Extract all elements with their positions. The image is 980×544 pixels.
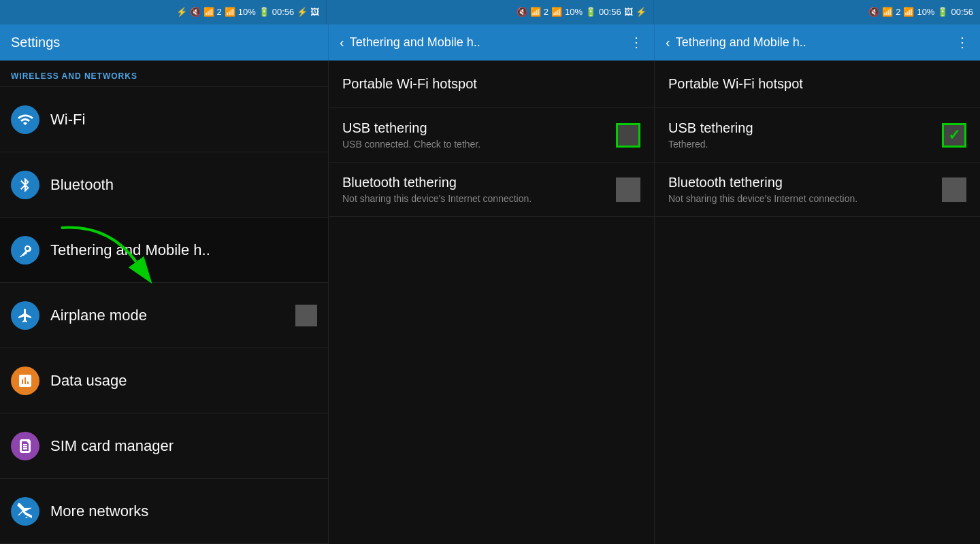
bluetooth-tethering-title-left: Bluetooth tethering	[342, 175, 616, 190]
datausage-icon-circle	[11, 367, 39, 395]
usb-content-left: USB tethering USB connected. Check to te…	[342, 120, 616, 150]
tethering-title-1: Tethering and Mobile h..	[350, 35, 624, 50]
bluetooth-content-right: Bluetooth tethering Not sharing this dev…	[668, 175, 942, 204]
back-icon-2[interactable]: ‹	[666, 35, 670, 50]
bluetooth-checkbox-left[interactable]	[616, 177, 640, 202]
bluetooth-label: Bluetooth	[50, 176, 114, 194]
usb-icon: ⚡	[176, 7, 187, 17]
sim-number-2: 2	[544, 7, 549, 17]
top-bar-tethering-1: ‹ Tethering and Mobile h.. ⋮	[329, 24, 655, 61]
wifi-icon: 📶	[203, 7, 214, 17]
tethering-panel-left: Portable Wi-Fi hotspot USB tethering USB…	[329, 61, 655, 544]
back-icon-1[interactable]: ‹	[340, 35, 344, 50]
bluetooth-tethering-subtitle-right: Not sharing this device's Internet conne…	[668, 193, 942, 204]
simcard-icon-circle	[11, 432, 39, 460]
green-arrow	[54, 224, 150, 272]
usb-subtitle-left: USB connected. Check to tether.	[342, 139, 616, 150]
checkmark-icon: ✓	[948, 126, 960, 144]
sidebar-item-tethering[interactable]: Tethering and Mobile h..	[0, 218, 328, 283]
sim-number-1: 2	[217, 7, 222, 17]
airplane-label: Airplane mode	[50, 307, 147, 324]
status-segment-3: 🔇 📶 2 📶 10% 🔋 00:56	[654, 0, 980, 24]
battery-percent-2: 10%	[565, 7, 583, 17]
simcard-label: SIM card manager	[50, 437, 174, 455]
datausage-svg	[17, 373, 33, 389]
bluetooth-icon-circle	[11, 171, 39, 199]
mute-icon-3: 🔇	[868, 7, 879, 17]
settings-title: Settings	[11, 35, 60, 50]
sidebar-item-simcard[interactable]: SIM card manager	[0, 413, 328, 479]
sidebar-item-morenetworks[interactable]: More networks	[0, 479, 328, 544]
main-content: WIRELESS AND NETWORKS Wi-Fi Bluetooth	[0, 61, 980, 544]
hotspot-item-right[interactable]: Portable Wi-Fi hotspot	[655, 61, 980, 108]
airplane-checkbox[interactable]	[295, 305, 317, 326]
bluetooth-tethering-item-right[interactable]: Bluetooth tethering Not sharing this dev…	[655, 163, 980, 217]
bluetooth-svg	[17, 177, 33, 193]
bluetooth-content-left: Bluetooth tethering Not sharing this dev…	[342, 175, 616, 204]
tethering-title-2: Tethering and Mobile h..	[676, 35, 950, 50]
battery-percent-3: 10%	[917, 7, 934, 17]
more-icon-2[interactable]: ⋮	[956, 34, 969, 50]
signal-icon-3: 📶	[903, 7, 914, 17]
status-bar: ⚡ 🔇 📶 2 📶 10% 🔋 00:56 ⚡ 🖼 🔇 📶 2 📶 10% 🔋 …	[0, 0, 980, 24]
time-3: 00:56	[951, 7, 973, 17]
hotspot-item-left[interactable]: Portable Wi-Fi hotspot	[329, 61, 654, 108]
sidebar-item-bluetooth[interactable]: Bluetooth	[0, 152, 328, 218]
top-bar: Settings ‹ Tethering and Mobile h.. ⋮ ‹ …	[0, 24, 980, 61]
top-bar-settings: Settings	[0, 24, 329, 61]
sidebar-item-wifi[interactable]: Wi-Fi	[0, 87, 328, 152]
tethering-panel-right: Portable Wi-Fi hotspot USB tethering Tet…	[655, 61, 980, 544]
battery-icon-3: 🔋	[937, 7, 948, 17]
wifi-icon-3: 📶	[882, 7, 893, 17]
airplane-icon-circle	[11, 301, 39, 330]
usb-title-right: USB tethering	[668, 120, 942, 136]
tethering-icon-circle	[11, 236, 39, 265]
usb-title-left: USB tethering	[342, 120, 616, 136]
bluetooth-tethering-title-right: Bluetooth tethering	[668, 175, 942, 190]
screenshot-icon-2: 🖼	[624, 7, 633, 17]
status-segment-2: 🔇 📶 2 📶 10% 🔋 00:56 🖼 ⚡	[327, 0, 653, 24]
morenetworks-icon-circle	[11, 497, 39, 526]
mute-icon-2: 🔇	[517, 7, 527, 17]
usb-subtitle-right: Tethered.	[668, 139, 942, 150]
usb-checkbox-left[interactable]	[616, 123, 640, 148]
tethering-svg	[17, 242, 33, 258]
bluetooth-tethering-subtitle-left: Not sharing this device's Internet conne…	[342, 193, 616, 204]
usb-tethering-item-right[interactable]: USB tethering Tethered. ✓	[655, 108, 980, 163]
sidebar-item-airplane[interactable]: Airplane mode	[0, 283, 328, 348]
hotspot-title-right: Portable Wi-Fi hotspot	[668, 76, 803, 92]
airplane-svg	[17, 307, 33, 324]
usb-checkbox-right[interactable]: ✓	[942, 123, 966, 148]
usb-tethering-item-left[interactable]: USB tethering USB connected. Check to te…	[329, 108, 654, 163]
time-1: 00:56	[272, 7, 295, 17]
settings-panel: WIRELESS AND NETWORKS Wi-Fi Bluetooth	[0, 61, 329, 544]
usb-content-right: USB tethering Tethered.	[668, 120, 942, 150]
signal-icon-1: 📶	[225, 7, 235, 17]
morenetworks-svg	[17, 503, 33, 520]
battery-percent-1: 10%	[238, 7, 256, 17]
simcard-svg	[17, 438, 33, 454]
battery-icon-1: 🔋	[259, 7, 270, 17]
signal-icon-2: 📶	[551, 7, 562, 17]
section-header: WIRELESS AND NETWORKS	[0, 61, 328, 87]
mute-icon: 🔇	[190, 7, 201, 17]
screenshot-icon-1: 🖼	[310, 7, 319, 17]
charge-icon-1: ⚡	[297, 7, 308, 17]
status-segment-1: ⚡ 🔇 📶 2 📶 10% 🔋 00:56 ⚡ 🖼	[0, 0, 327, 24]
wifi-svg	[17, 112, 33, 128]
top-bar-tethering-2: ‹ Tethering and Mobile h.. ⋮	[655, 24, 980, 61]
battery-icon-2: 🔋	[585, 7, 596, 17]
sidebar-item-datausage[interactable]: Data usage	[0, 348, 328, 413]
wifi-icon-circle	[11, 105, 39, 134]
wifi-label: Wi-Fi	[50, 111, 85, 129]
more-icon-1[interactable]: ⋮	[630, 34, 643, 50]
time-2: 00:56	[599, 7, 621, 17]
bluetooth-checkbox-right[interactable]	[942, 177, 966, 202]
hotspot-title-left: Portable Wi-Fi hotspot	[342, 76, 477, 92]
morenetworks-label: More networks	[50, 503, 148, 520]
wifi-icon-2: 📶	[530, 7, 541, 17]
bluetooth-tethering-item-left[interactable]: Bluetooth tethering Not sharing this dev…	[329, 163, 654, 217]
charge-icon-2: ⚡	[636, 7, 647, 17]
datausage-label: Data usage	[50, 372, 127, 390]
sim-number-3: 2	[896, 7, 900, 17]
